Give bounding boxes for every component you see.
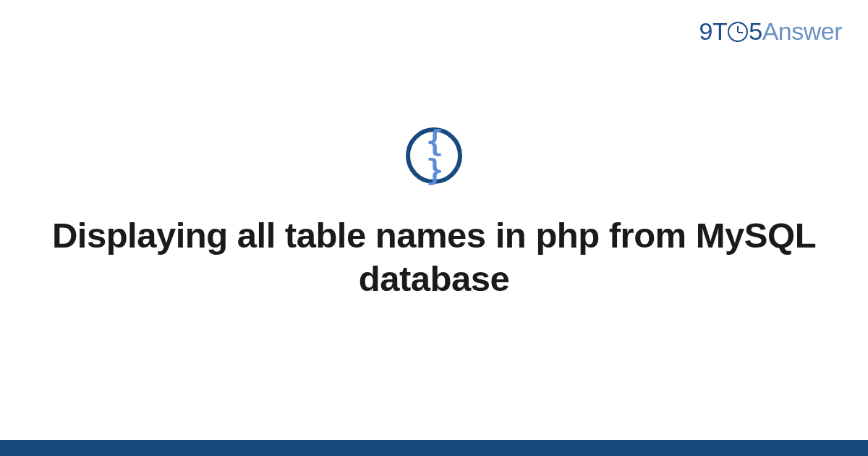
- site-logo: 9T 5 Answer: [699, 17, 842, 46]
- page-title: Displaying all table names in php from M…: [43, 214, 825, 301]
- main-content: { } Displaying all table names in php fr…: [0, 127, 868, 301]
- logo-text-5: 5: [749, 17, 762, 46]
- logo-text-9t: 9T: [699, 17, 728, 46]
- code-braces-icon: { }: [406, 127, 462, 184]
- logo-text-answer: Answer: [762, 17, 842, 46]
- footer-bar: [0, 440, 868, 456]
- clock-icon: [728, 22, 748, 42]
- code-braces-glyph: { }: [410, 127, 458, 185]
